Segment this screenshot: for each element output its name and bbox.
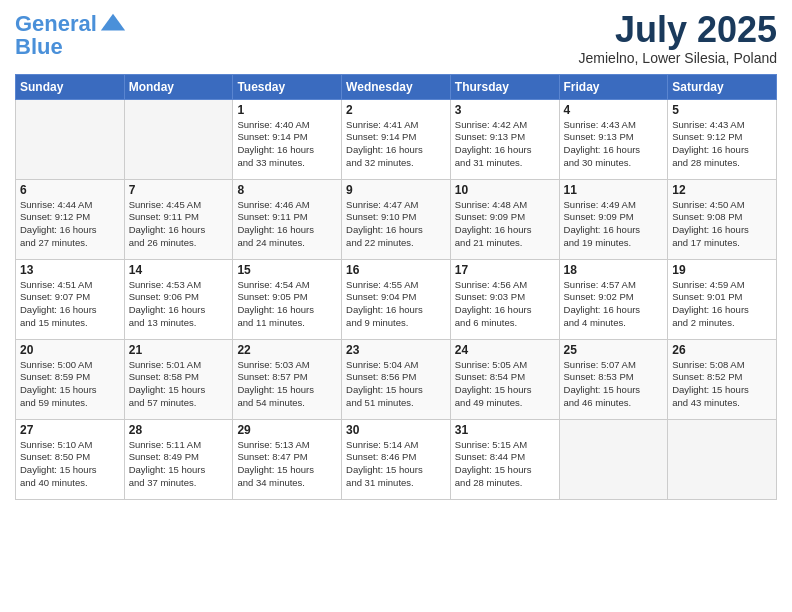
day-number: 13 (20, 263, 120, 277)
calendar-cell: 9Sunrise: 4:47 AM Sunset: 9:10 PM Daylig… (342, 179, 451, 259)
calendar-cell: 21Sunrise: 5:01 AM Sunset: 8:58 PM Dayli… (124, 339, 233, 419)
calendar-cell: 22Sunrise: 5:03 AM Sunset: 8:57 PM Dayli… (233, 339, 342, 419)
calendar-cell: 28Sunrise: 5:11 AM Sunset: 8:49 PM Dayli… (124, 419, 233, 499)
calendar-cell (16, 99, 125, 179)
calendar-cell: 12Sunrise: 4:50 AM Sunset: 9:08 PM Dayli… (668, 179, 777, 259)
day-number: 31 (455, 423, 555, 437)
day-number: 21 (129, 343, 229, 357)
day-info: Sunrise: 5:01 AM Sunset: 8:58 PM Dayligh… (129, 359, 229, 410)
calendar-table: SundayMondayTuesdayWednesdayThursdayFrid… (15, 74, 777, 500)
calendar-cell: 29Sunrise: 5:13 AM Sunset: 8:47 PM Dayli… (233, 419, 342, 499)
svg-marker-0 (101, 14, 125, 31)
calendar-cell: 6Sunrise: 4:44 AM Sunset: 9:12 PM Daylig… (16, 179, 125, 259)
day-info: Sunrise: 4:51 AM Sunset: 9:07 PM Dayligh… (20, 279, 120, 330)
day-number: 17 (455, 263, 555, 277)
day-info: Sunrise: 5:08 AM Sunset: 8:52 PM Dayligh… (672, 359, 772, 410)
calendar-week-2: 6Sunrise: 4:44 AM Sunset: 9:12 PM Daylig… (16, 179, 777, 259)
day-info: Sunrise: 4:41 AM Sunset: 9:14 PM Dayligh… (346, 119, 446, 170)
calendar-week-5: 27Sunrise: 5:10 AM Sunset: 8:50 PM Dayli… (16, 419, 777, 499)
day-number: 27 (20, 423, 120, 437)
calendar-cell: 25Sunrise: 5:07 AM Sunset: 8:53 PM Dayli… (559, 339, 668, 419)
day-number: 15 (237, 263, 337, 277)
calendar-cell: 24Sunrise: 5:05 AM Sunset: 8:54 PM Dayli… (450, 339, 559, 419)
day-info: Sunrise: 4:40 AM Sunset: 9:14 PM Dayligh… (237, 119, 337, 170)
logo-text: General (15, 12, 97, 36)
calendar-cell: 5Sunrise: 4:43 AM Sunset: 9:12 PM Daylig… (668, 99, 777, 179)
calendar-cell: 16Sunrise: 4:55 AM Sunset: 9:04 PM Dayli… (342, 259, 451, 339)
calendar-cell (124, 99, 233, 179)
weekday-header-monday: Monday (124, 74, 233, 99)
day-info: Sunrise: 4:55 AM Sunset: 9:04 PM Dayligh… (346, 279, 446, 330)
calendar-week-1: 1Sunrise: 4:40 AM Sunset: 9:14 PM Daylig… (16, 99, 777, 179)
calendar-cell: 3Sunrise: 4:42 AM Sunset: 9:13 PM Daylig… (450, 99, 559, 179)
calendar-cell: 20Sunrise: 5:00 AM Sunset: 8:59 PM Dayli… (16, 339, 125, 419)
calendar-cell: 18Sunrise: 4:57 AM Sunset: 9:02 PM Dayli… (559, 259, 668, 339)
calendar-week-4: 20Sunrise: 5:00 AM Sunset: 8:59 PM Dayli… (16, 339, 777, 419)
day-number: 2 (346, 103, 446, 117)
day-info: Sunrise: 5:00 AM Sunset: 8:59 PM Dayligh… (20, 359, 120, 410)
day-number: 24 (455, 343, 555, 357)
weekday-header-tuesday: Tuesday (233, 74, 342, 99)
day-info: Sunrise: 4:53 AM Sunset: 9:06 PM Dayligh… (129, 279, 229, 330)
weekday-header-sunday: Sunday (16, 74, 125, 99)
calendar-cell: 7Sunrise: 4:45 AM Sunset: 9:11 PM Daylig… (124, 179, 233, 259)
day-info: Sunrise: 4:54 AM Sunset: 9:05 PM Dayligh… (237, 279, 337, 330)
calendar-cell: 4Sunrise: 4:43 AM Sunset: 9:13 PM Daylig… (559, 99, 668, 179)
calendar-cell: 30Sunrise: 5:14 AM Sunset: 8:46 PM Dayli… (342, 419, 451, 499)
day-number: 23 (346, 343, 446, 357)
logo-icon (99, 10, 127, 38)
day-info: Sunrise: 5:07 AM Sunset: 8:53 PM Dayligh… (564, 359, 664, 410)
day-number: 1 (237, 103, 337, 117)
calendar-cell: 10Sunrise: 4:48 AM Sunset: 9:09 PM Dayli… (450, 179, 559, 259)
calendar-cell: 11Sunrise: 4:49 AM Sunset: 9:09 PM Dayli… (559, 179, 668, 259)
day-number: 7 (129, 183, 229, 197)
day-info: Sunrise: 4:45 AM Sunset: 9:11 PM Dayligh… (129, 199, 229, 250)
calendar-cell: 15Sunrise: 4:54 AM Sunset: 9:05 PM Dayli… (233, 259, 342, 339)
month-title: July 2025 (579, 10, 777, 50)
day-number: 3 (455, 103, 555, 117)
weekday-header-row: SundayMondayTuesdayWednesdayThursdayFrid… (16, 74, 777, 99)
calendar-cell: 1Sunrise: 4:40 AM Sunset: 9:14 PM Daylig… (233, 99, 342, 179)
calendar-cell: 17Sunrise: 4:56 AM Sunset: 9:03 PM Dayli… (450, 259, 559, 339)
calendar-cell: 27Sunrise: 5:10 AM Sunset: 8:50 PM Dayli… (16, 419, 125, 499)
location: Jemielno, Lower Silesia, Poland (579, 50, 777, 66)
day-number: 4 (564, 103, 664, 117)
day-info: Sunrise: 5:14 AM Sunset: 8:46 PM Dayligh… (346, 439, 446, 490)
weekday-header-saturday: Saturday (668, 74, 777, 99)
day-number: 29 (237, 423, 337, 437)
day-number: 9 (346, 183, 446, 197)
calendar-cell: 14Sunrise: 4:53 AM Sunset: 9:06 PM Dayli… (124, 259, 233, 339)
day-info: Sunrise: 4:44 AM Sunset: 9:12 PM Dayligh… (20, 199, 120, 250)
calendar-cell: 26Sunrise: 5:08 AM Sunset: 8:52 PM Dayli… (668, 339, 777, 419)
day-info: Sunrise: 5:10 AM Sunset: 8:50 PM Dayligh… (20, 439, 120, 490)
weekday-header-wednesday: Wednesday (342, 74, 451, 99)
day-number: 25 (564, 343, 664, 357)
header: General Blue July 2025 Jemielno, Lower S… (15, 10, 777, 66)
day-info: Sunrise: 4:59 AM Sunset: 9:01 PM Dayligh… (672, 279, 772, 330)
day-info: Sunrise: 4:43 AM Sunset: 9:12 PM Dayligh… (672, 119, 772, 170)
day-info: Sunrise: 4:56 AM Sunset: 9:03 PM Dayligh… (455, 279, 555, 330)
day-info: Sunrise: 4:43 AM Sunset: 9:13 PM Dayligh… (564, 119, 664, 170)
day-number: 19 (672, 263, 772, 277)
day-info: Sunrise: 4:46 AM Sunset: 9:11 PM Dayligh… (237, 199, 337, 250)
day-number: 12 (672, 183, 772, 197)
weekday-header-friday: Friday (559, 74, 668, 99)
day-info: Sunrise: 4:42 AM Sunset: 9:13 PM Dayligh… (455, 119, 555, 170)
calendar-cell: 2Sunrise: 4:41 AM Sunset: 9:14 PM Daylig… (342, 99, 451, 179)
day-number: 14 (129, 263, 229, 277)
day-number: 30 (346, 423, 446, 437)
day-number: 26 (672, 343, 772, 357)
day-info: Sunrise: 4:47 AM Sunset: 9:10 PM Dayligh… (346, 199, 446, 250)
logo: General Blue (15, 10, 127, 60)
day-number: 5 (672, 103, 772, 117)
day-info: Sunrise: 5:03 AM Sunset: 8:57 PM Dayligh… (237, 359, 337, 410)
day-number: 10 (455, 183, 555, 197)
calendar-week-3: 13Sunrise: 4:51 AM Sunset: 9:07 PM Dayli… (16, 259, 777, 339)
page-container: General Blue July 2025 Jemielno, Lower S… (0, 0, 792, 510)
day-info: Sunrise: 5:04 AM Sunset: 8:56 PM Dayligh… (346, 359, 446, 410)
day-info: Sunrise: 5:15 AM Sunset: 8:44 PM Dayligh… (455, 439, 555, 490)
calendar-cell: 23Sunrise: 5:04 AM Sunset: 8:56 PM Dayli… (342, 339, 451, 419)
calendar-cell: 8Sunrise: 4:46 AM Sunset: 9:11 PM Daylig… (233, 179, 342, 259)
day-number: 6 (20, 183, 120, 197)
day-number: 20 (20, 343, 120, 357)
